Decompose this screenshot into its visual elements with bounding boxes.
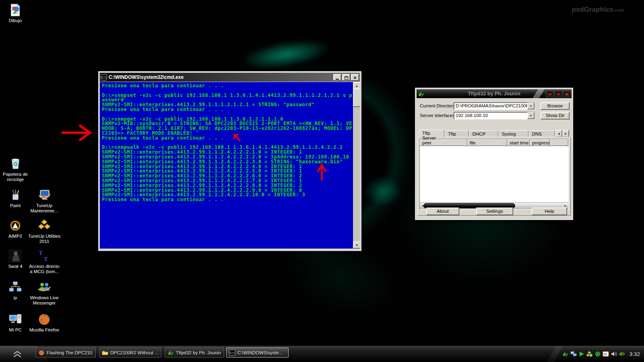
current-directory-combobox[interactable]: D:\PROGRAMAS\haxor\DPC2100R2 ▼: [454, 102, 535, 110]
messenger-icon: [27, 280, 61, 295]
network-tray-icon[interactable]: [570, 351, 577, 357]
scrollbar-thumb[interactable]: [353, 88, 360, 107]
taskbar: Flashing The DPC210...DPC2100R2 Without …: [0, 346, 644, 362]
tray-icons: W: [562, 351, 625, 357]
column-header-start-time[interactable]: start time: [507, 139, 530, 146]
list-body[interactable]: [420, 146, 568, 203]
about-button[interactable]: About: [426, 208, 459, 215]
console-line: Presione una tecla para continuar . . .: [102, 107, 353, 112]
tab-scroll-left-icon[interactable]: ◄: [555, 130, 562, 137]
maximize-button[interactable]: [342, 74, 350, 81]
console-line: Presione una tecla para continuar . . .: [102, 197, 353, 202]
tab-dhcp-server[interactable]: DHCP server: [469, 130, 498, 137]
desktop-icon-mcg[interactable]: TTAcceso directo a MCG (tom...: [27, 249, 61, 274]
folder-icon: [102, 350, 108, 356]
browse-button[interactable]: Browse: [541, 102, 570, 110]
desktop-icon-firefox[interactable]: Mozilla Firefox: [27, 313, 61, 333]
maximize-button[interactable]: [555, 91, 562, 97]
server-interfaces-label: Server interfaces: [420, 113, 455, 118]
minimize-button[interactable]: [546, 91, 554, 97]
current-directory-label: Current Directory: [420, 103, 455, 108]
tab-tftp-client[interactable]: Tftp Client: [445, 130, 469, 137]
help-button[interactable]: Help: [532, 208, 567, 215]
annotation-arrow-right: [60, 121, 96, 144]
dropdown-arrow-icon[interactable]: ▼: [527, 112, 535, 119]
taskbar-button[interactable]: Tftpd32 by Ph. Jounin: [165, 348, 224, 358]
column-header-progress[interactable]: progress: [530, 139, 550, 146]
settings-button[interactable]: Settings: [476, 208, 513, 215]
task-label: Tftpd32 by Ph. Jounin: [176, 350, 221, 355]
taskbar-clock: 3:32: [630, 351, 640, 357]
close-button[interactable]: ✕: [351, 74, 359, 81]
desktop-icon-label: Dibujo: [0, 18, 32, 23]
tab-dns-server[interactable]: DNS server: [529, 130, 555, 137]
wallpaper-spark: [354, 169, 411, 213]
desktop-icon-label: TuneUp Utilities 2011: [27, 234, 61, 244]
tftpd32-window: Tftpd32 by Ph. Jounin Current Directory …: [415, 88, 573, 220]
dropdown-arrow-icon[interactable]: ▼: [527, 103, 535, 109]
minimize-button[interactable]: [333, 74, 341, 81]
desktop-icon-tuneup-mant[interactable]: TuneUp Mantenimie...: [27, 188, 61, 214]
tab-scroll-right-icon[interactable]: ►: [562, 130, 569, 137]
tuneup-maintenance-icon: [27, 188, 61, 203]
tuneup-tray-icon[interactable]: [586, 351, 593, 357]
taskbar-button[interactable]: DPC2100R2 Without ...: [99, 348, 161, 358]
desktop-icon-label: Windows Live Messenger: [27, 295, 61, 306]
console[interactable]: Presione una tecla para continuar . . . …: [100, 82, 360, 249]
psdgraphics-watermark: psdGraphics.com: [572, 6, 624, 14]
cmd-window: C:\ C:\WINDOWS\system32\cmd.exe ✕ Presio…: [99, 72, 361, 251]
desktop-icon-wlm[interactable]: Windows Live Messenger: [27, 280, 61, 306]
server-interfaces-combobox[interactable]: 192.168.100.10 ▼: [454, 112, 535, 119]
shortcut-t-icon: TT: [27, 249, 61, 263]
tab-tftp-server[interactable]: Tftp Server: [419, 130, 444, 137]
tab-syslog-server[interactable]: Syslog server: [499, 130, 528, 137]
aimp-tray-icon[interactable]: [594, 351, 601, 357]
cmd-window-title: C:\WINDOWS\system32\cmd.exe: [109, 74, 332, 80]
minimize-icon: [336, 79, 339, 80]
player-tray-icon[interactable]: [578, 351, 585, 357]
svg-text:T: T: [44, 256, 48, 262]
desktop-icon-papelera[interactable]: ♻Papelera de reciclaje: [0, 157, 32, 182]
desktop-icon-dibujo[interactable]: Dibujo: [0, 3, 32, 23]
tftpd32-titlebar[interactable]: Tftpd32 by Ph. Jounin: [417, 89, 572, 98]
desktop-icon-label: Papelera de reciclaje: [0, 172, 32, 182]
tftpd-tabs: Tftp ServerTftp ClientDHCP serverSyslog …: [419, 130, 569, 137]
nvidia-tray-icon[interactable]: [619, 351, 625, 357]
svg-text:C:\: C:\: [230, 352, 235, 355]
close-icon: ✕: [353, 75, 357, 80]
volume-tray-icon[interactable]: [611, 351, 617, 357]
tuneup-utilities-icon: [27, 219, 61, 233]
close-button[interactable]: [563, 91, 571, 97]
column-header-filler: [550, 139, 568, 146]
svg-text:W: W: [604, 352, 607, 356]
console-line: Presione una tecla para continuar . . .: [102, 136, 353, 141]
vertical-scrollbar[interactable]: ▲ ▼: [353, 82, 360, 249]
svg-text:T: T: [39, 250, 43, 256]
desktop: psdGraphics.com Dibujo♻Papelera de recic…: [0, 0, 644, 362]
transfer-list[interactable]: peerfilestart timeprogress ◄ ►: [419, 139, 569, 210]
tray-separator: [547, 346, 563, 362]
cmd-titlebar[interactable]: C:\ C:\WINDOWS\system32\cmd.exe ✕: [100, 73, 360, 82]
double-chevron-up-icon: [12, 350, 23, 358]
cmd-icon: C:\: [101, 74, 107, 80]
taskbar-button[interactable]: Flashing The DPC210...: [35, 348, 96, 358]
scroll-down-icon[interactable]: ▼: [353, 241, 360, 249]
current-directory-value: D:\PROGRAMAS\haxor\DPC2100R2: [454, 103, 527, 109]
show-dir-button[interactable]: Show Dir: [541, 112, 570, 119]
task-label: Flashing The DPC210...: [47, 350, 93, 355]
messenger-tray-icon[interactable]: W: [603, 351, 609, 357]
tftpd32-tray-icon[interactable]: [562, 351, 569, 357]
tab-spinner: ◄►: [555, 130, 569, 137]
firefox-icon: [38, 350, 45, 356]
console-output: Presione una tecla para continuar . . . …: [100, 82, 353, 249]
system-tray: W 3:32: [551, 346, 644, 362]
column-header-file[interactable]: file: [467, 139, 507, 146]
firefox-icon: [27, 313, 61, 327]
svg-text:C:\: C:\: [101, 76, 107, 79]
taskbar-button[interactable]: C:\C:\WINDOWS\syste...: [226, 348, 289, 358]
task-label: C:\WINDOWS\syste...: [237, 350, 283, 355]
desktop-icon-tuneup-util[interactable]: TuneUp Utilities 2011: [27, 219, 61, 244]
recycle-bin-icon: ♻: [0, 157, 32, 171]
console-line: Presione una tecla para continuar . . .: [102, 84, 353, 88]
image-file-icon: [0, 3, 32, 18]
